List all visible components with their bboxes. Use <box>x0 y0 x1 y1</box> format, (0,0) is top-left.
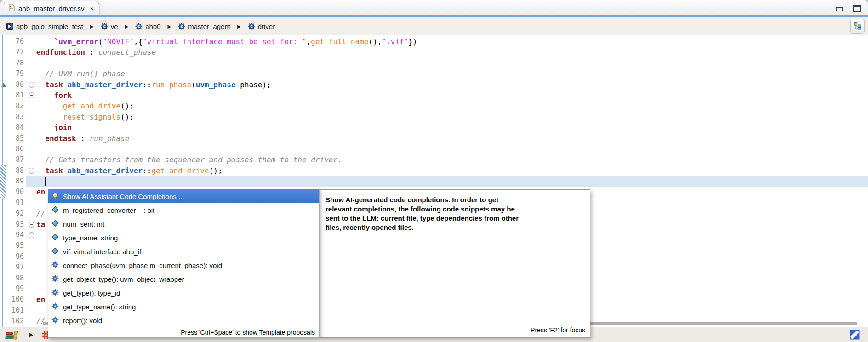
close-icon[interactable]: × <box>90 5 94 12</box>
fold-column <box>26 230 36 240</box>
code-text[interactable]: join <box>36 122 868 133</box>
breadcrumb-label: ve <box>111 23 118 30</box>
fold-column <box>26 219 36 230</box>
method-icon <box>51 261 59 270</box>
breadcrumb-separator-icon: ▶ <box>90 24 94 29</box>
code-text[interactable]: endtask : run_phase <box>36 133 868 144</box>
fold-collapse-icon[interactable] <box>29 222 34 228</box>
completion-popup: Show AI Assistant Code Completions ...m_… <box>48 189 320 338</box>
breadcrumb-item-master_agent[interactable]: cmaster_agent <box>177 22 232 31</box>
breadcrumb-item-driver[interactable]: cdriver <box>246 22 277 31</box>
library-books-icon[interactable] <box>5 330 19 341</box>
completion-item[interactable]: vif: virtual interface ahb_if <box>48 245 319 258</box>
completion-item[interactable]: Show AI Assistant Code Completions ... <box>48 189 319 203</box>
show-hierarchy-button[interactable] <box>850 19 865 34</box>
fold-column <box>26 133 36 144</box>
completion-item[interactable]: m_registered_converter__: bit <box>48 203 319 217</box>
code-text[interactable]: // Gets transfers from the sequencer and… <box>36 154 868 165</box>
code-line[interactable]: 83 reset_signals(); <box>0 112 868 122</box>
method-icon <box>51 289 59 297</box>
completion-item[interactable]: get_type_name(): string <box>48 300 319 314</box>
line-number: 93 <box>7 219 26 230</box>
run-triangle-icon[interactable] <box>28 332 34 338</box>
field-icon <box>51 234 59 242</box>
fold-collapse-icon[interactable] <box>29 92 34 98</box>
fold-collapse-icon[interactable] <box>29 232 34 238</box>
breadcrumb-label: driver <box>258 23 275 30</box>
code-line[interactable]: 76 `uvm_error("NOVIF",{"virtual interfac… <box>0 36 868 47</box>
method-icon <box>51 316 59 325</box>
code-text[interactable]: task ahb_master_driver::run_phase(uvm_ph… <box>36 80 868 90</box>
marker-column <box>0 80 7 90</box>
marker-column <box>0 198 7 208</box>
word-wrap-icon[interactable] <box>849 329 860 340</box>
code-line[interactable]: 82 get_and_drive(); <box>0 101 868 111</box>
fold-column <box>26 251 36 262</box>
code-line[interactable]: 88 task ahb_master_driver::get_and_drive… <box>0 165 868 176</box>
completion-label: report(): void <box>63 317 102 325</box>
breadcrumb: apb_gpio_simple_test▶cve▶cahb0▶cmaster_a… <box>0 17 868 35</box>
field-icon <box>51 247 59 256</box>
code-text[interactable] <box>36 58 868 68</box>
marker-column <box>0 47 7 57</box>
completion-item[interactable]: get_object_type(): uvm_object_wrapper <box>48 272 319 286</box>
code-text[interactable]: fork <box>36 90 868 101</box>
code-line[interactable]: 78 <box>0 58 868 68</box>
code-text[interactable]: endfunction : connect_phase <box>36 47 868 57</box>
breadcrumb-item-apb_gpio_simple_test[interactable]: apb_gpio_simple_test <box>5 22 85 31</box>
line-number: 92 <box>7 208 26 219</box>
marker-column <box>0 36 7 47</box>
line-number: 77 <box>7 47 26 57</box>
code-line[interactable]: 77endfunction : connect_phase <box>0 47 868 57</box>
completion-item[interactable]: report(): void <box>48 314 319 327</box>
code-text[interactable]: reset_signals(); <box>36 112 868 122</box>
breadcrumb-label: master_agent <box>188 23 230 30</box>
completion-item[interactable]: type_name: string <box>48 231 319 245</box>
line-number: 87 <box>7 154 26 165</box>
completion-label: get_type_name(): string <box>63 303 136 311</box>
fold-column <box>26 198 36 208</box>
breadcrumb-item-ahb0[interactable]: cahb0 <box>134 22 162 31</box>
fold-column <box>26 316 36 326</box>
code-line[interactable]: 79 // UVM run() phase <box>0 68 868 79</box>
completion-label: get_type(): type_id <box>63 289 120 297</box>
fold-column <box>26 68 36 79</box>
maximize-icon[interactable] <box>853 5 861 12</box>
marker-column <box>0 294 7 305</box>
marker-column <box>0 133 7 144</box>
class-icon: c <box>248 23 255 30</box>
code-line[interactable]: 81 fork <box>0 90 868 101</box>
fold-collapse-icon[interactable] <box>29 168 34 174</box>
completion-label: connect_phase(uvm_phase m_current_phase)… <box>63 262 222 269</box>
code-line[interactable]: 86 <box>0 144 868 154</box>
svg-text:c: c <box>181 24 183 28</box>
completion-item[interactable]: connect_phase(uvm_phase m_current_phase)… <box>48 258 319 272</box>
code-line[interactable]: 87 // Gets transfers from the sequencer … <box>0 154 868 165</box>
line-number: 83 <box>7 112 26 122</box>
breadcrumb-item-ve[interactable]: cve <box>99 22 120 31</box>
ai-completion-tooltip: Show AI-generated code completions. In o… <box>320 189 590 338</box>
code-line[interactable]: 84 join <box>0 122 868 133</box>
code-line[interactable]: 85 endtask : run_phase <box>0 133 868 144</box>
minimize-icon[interactable] <box>836 7 843 11</box>
code-line[interactable]: 80 task ahb_master_driver::run_phase(uvm… <box>0 80 868 90</box>
code-text[interactable] <box>36 144 868 154</box>
code-text[interactable]: get_and_drive(); <box>36 101 868 111</box>
code-line[interactable]: 89 <box>0 176 868 187</box>
completion-item[interactable]: get_type(): type_id <box>48 286 319 300</box>
marker-column <box>0 101 7 111</box>
completion-item[interactable]: num_sent: int <box>48 217 319 231</box>
code-text[interactable] <box>36 176 868 187</box>
marker-column <box>0 284 7 294</box>
code-text[interactable]: `uvm_error("NOVIF",{"virtual interface m… <box>36 36 868 47</box>
editor-tab[interactable]: ahb_master_driver.sv × <box>4 1 99 15</box>
fold-collapse-icon[interactable] <box>29 82 34 88</box>
completion-label: Show AI Assistant Code Completions ... <box>63 193 184 200</box>
marker-column <box>0 68 7 79</box>
text-caret <box>45 177 46 186</box>
fold-column <box>26 294 36 305</box>
breadcrumb-label: ahb0 <box>145 23 160 30</box>
code-text[interactable]: task ahb_master_driver::get_and_drive(); <box>36 165 868 176</box>
marker-column <box>0 262 7 273</box>
code-text[interactable]: // UVM run() phase <box>36 68 868 79</box>
